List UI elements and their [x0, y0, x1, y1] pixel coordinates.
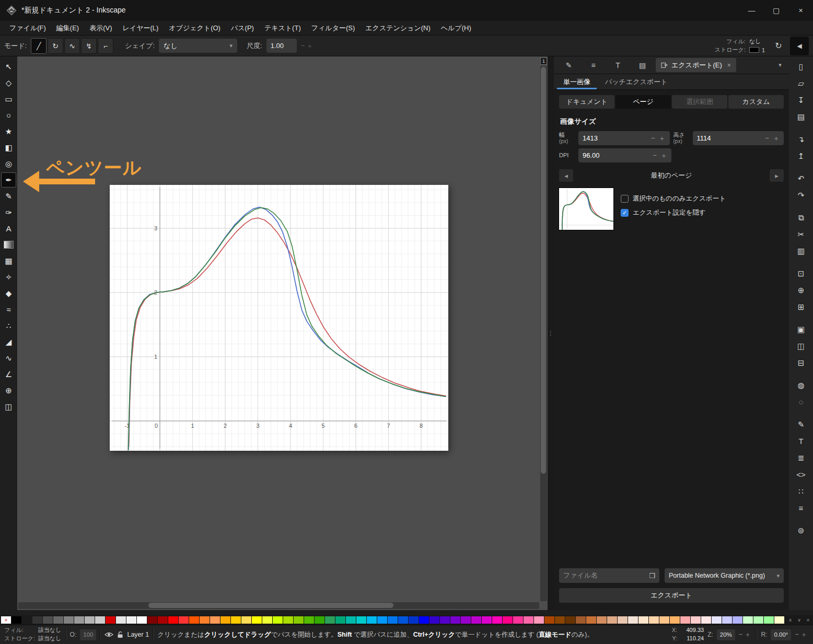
palette-swatch[interactable]	[649, 616, 659, 624]
menu-help[interactable]: ヘルプ(H)	[436, 22, 477, 34]
minimize-button[interactable]: —	[739, 0, 764, 21]
paint-bucket-tool-button[interactable]: ◆	[1, 286, 16, 301]
no-color-swatch[interactable]: ×	[1, 616, 11, 624]
zoom-to-page-button[interactable]: ⊞	[792, 299, 810, 314]
palette-swatch[interactable]	[722, 616, 732, 624]
canvas[interactable]: -1012345678123 1	[17, 56, 548, 610]
zoom-input[interactable]: 20%	[717, 629, 735, 640]
pen-tool-button[interactable]: ✒	[1, 172, 16, 188]
palette-swatch[interactable]	[179, 616, 189, 624]
palette-swatch[interactable]	[743, 616, 753, 624]
maximize-button[interactable]: ▢	[764, 0, 788, 21]
close-tab-icon[interactable]: ×	[727, 62, 731, 69]
create-clone-button[interactable]: ◫	[792, 338, 810, 354]
gradient-tool-button[interactable]	[1, 237, 16, 252]
filename-input[interactable]: ファイル名 ❒	[559, 568, 659, 583]
palette-swatch[interactable]	[691, 616, 701, 624]
palette-swatch[interactable]	[670, 616, 680, 624]
fill-stroke-status[interactable]: フィル: 該当なし ストローク: 該当なし	[4, 626, 62, 643]
paste-button[interactable]: ▥	[792, 243, 810, 259]
palette-swatch[interactable]	[220, 616, 230, 624]
palette-swatch[interactable]	[659, 616, 669, 624]
layers-tab-button[interactable]: ▤	[630, 58, 655, 72]
palette-swatch[interactable]	[11, 616, 21, 624]
height-minus-icon[interactable]: −	[765, 134, 769, 142]
menu-path[interactable]: パス(P)	[226, 22, 259, 34]
checkbox-row-export-selected-only[interactable]: 選択中のもののみエクスポート	[621, 194, 726, 203]
palette-swatch[interactable]	[346, 616, 356, 624]
palette-scroll-down-button[interactable]: ∨	[795, 616, 803, 624]
save-document-button[interactable]: ↧	[792, 92, 810, 108]
palette-swatch[interactable]	[753, 616, 763, 624]
objects-tab-button[interactable]: ≡	[581, 58, 606, 72]
palette-swatch[interactable]	[461, 616, 471, 624]
calligraphy-tool-button[interactable]: ✑	[1, 205, 16, 220]
open-document-button[interactable]: ▱	[792, 76, 810, 91]
duplicate-button[interactable]: ▣	[792, 322, 810, 337]
palette-swatch[interactable]	[471, 616, 481, 624]
zoom-in-icon[interactable]: ＋	[744, 630, 752, 638]
star-tool-button[interactable]: ★	[1, 124, 16, 139]
layer-lock-icon[interactable]	[117, 631, 123, 638]
scale-plus-icon[interactable]: ＋	[306, 42, 315, 50]
width-minus-icon[interactable]: −	[651, 134, 655, 142]
print-document-button[interactable]: ▤	[792, 109, 810, 124]
palette-swatch[interactable]	[712, 616, 722, 624]
palette-swatch[interactable]	[64, 616, 74, 624]
redo-button[interactable]: ↷	[792, 188, 810, 203]
shape-select[interactable]: なし ▾	[159, 39, 237, 53]
next-page-button[interactable]: ▸	[770, 169, 784, 182]
xml-editor-button[interactable]: <>	[792, 467, 810, 482]
palette-swatch[interactable]	[555, 616, 565, 624]
opacity-input[interactable]: 100	[80, 629, 96, 640]
rotation-input[interactable]: 0.00°	[771, 629, 791, 640]
connector-tool-button[interactable]: ∿	[1, 350, 16, 366]
palette-swatch[interactable]	[126, 616, 136, 624]
menu-file[interactable]: ファイル(F)	[4, 22, 51, 34]
export-dialog-tab[interactable]: エクスポート(E) ×	[656, 58, 736, 72]
align-distribute-dialog-button[interactable]: ∷	[792, 484, 810, 499]
palette-swatch[interactable]	[409, 616, 419, 624]
pen-mode-bezier-button[interactable]: ╱	[31, 38, 47, 54]
pen-mode-polyline-button[interactable]: ↯	[81, 38, 97, 54]
palette-swatch[interactable]	[147, 616, 157, 624]
export-subtab-single-image[interactable]: 単一画像	[557, 75, 597, 89]
horizontal-scrollbar[interactable]	[18, 602, 539, 609]
zoom-to-selection-button[interactable]: ⊡	[792, 266, 810, 281]
spiral-tool-button[interactable]: ◎	[1, 156, 16, 171]
rotate-ccw-icon[interactable]: −	[795, 630, 800, 638]
menu-layer[interactable]: レイヤー(L)	[118, 22, 164, 34]
fill-stroke-indicator[interactable]: フィル: なし ストローク: 1	[715, 38, 765, 54]
palette-swatch[interactable]	[440, 616, 450, 624]
export-button[interactable]: エクスポート	[559, 588, 784, 603]
scale-minus-icon[interactable]: −	[301, 42, 307, 50]
palette-swatch[interactable]	[398, 616, 408, 624]
fill-stroke-tab-button[interactable]: ✎	[556, 58, 581, 72]
find-replace-button[interactable]: ⊚	[792, 523, 810, 538]
palette-swatch[interactable]	[158, 616, 168, 624]
copy-button[interactable]: ⧉	[792, 210, 810, 225]
menu-view[interactable]: 表示(V)	[84, 22, 117, 34]
export-area-custom-button[interactable]: カスタム	[728, 95, 784, 109]
rotate-cw-icon[interactable]: ＋	[800, 630, 809, 638]
palette-swatch[interactable]	[210, 616, 220, 624]
fill-stroke-dialog-button[interactable]: ✎	[792, 417, 810, 432]
palette-swatch[interactable]	[22, 616, 32, 624]
text-dialog-button[interactable]: T	[792, 434, 810, 449]
palette-swatch[interactable]	[429, 616, 439, 624]
format-select[interactable]: Portable Network Graphic (*.png) ▾	[665, 568, 784, 583]
palette-swatch[interactable]	[315, 616, 324, 624]
layers-dialog-button[interactable]: ≣	[792, 450, 810, 465]
dpi-plus-icon[interactable]: ＋	[660, 151, 667, 160]
zoom-tool-button[interactable]: ⊕	[1, 383, 16, 398]
palette-swatch[interactable]	[638, 616, 648, 624]
palette-swatch[interactable]	[304, 616, 314, 624]
palette-swatch[interactable]	[513, 616, 523, 624]
text-tab-button[interactable]: T	[606, 58, 630, 72]
export-area-selection-button[interactable]: 選択範囲	[672, 95, 727, 109]
mesh-gradient-tool-button[interactable]: ▦	[1, 253, 16, 268]
export-area-document-button[interactable]: ドキュメント	[559, 95, 614, 109]
palette-swatch[interactable]	[43, 616, 53, 624]
undo-button[interactable]: ↶	[792, 171, 810, 186]
spray-tool-button[interactable]: ∴	[1, 318, 16, 333]
